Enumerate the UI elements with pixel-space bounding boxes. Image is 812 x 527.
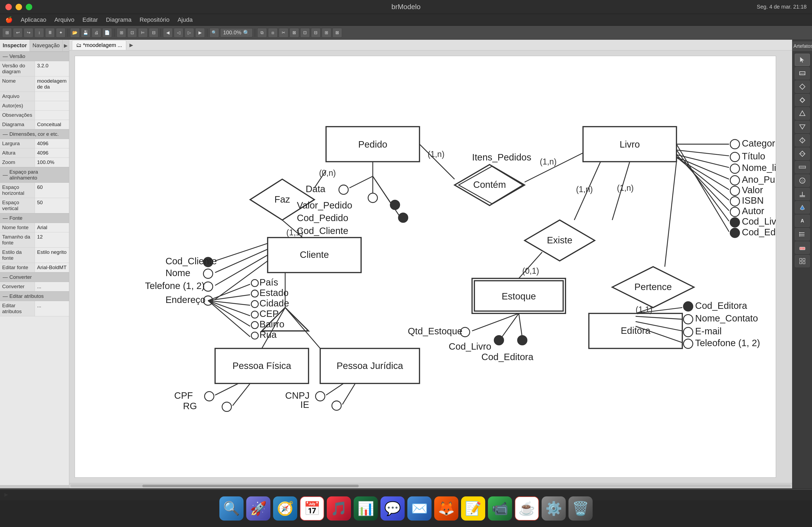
prop-vspace-value[interactable]: 50 — [35, 198, 69, 213]
prop-diagrama-value[interactable]: Conceitual — [35, 120, 69, 129]
section-conv-collapse[interactable]: — — [3, 274, 8, 280]
section-dim-collapse[interactable]: — — [3, 131, 8, 137]
prop-obs-value[interactable] — [35, 110, 69, 120]
prop-hspace-value[interactable]: 60 — [35, 183, 69, 198]
scrollbar-thumb[interactable] — [142, 485, 359, 487]
tool-connection[interactable] — [795, 161, 810, 174]
toolbar-btn-1[interactable]: ⊞ — [2, 28, 12, 37]
dock-music[interactable]: 🎵 — [327, 496, 351, 521]
prop-largura-value[interactable]: 4096 — [35, 139, 69, 148]
menu-aplicacao[interactable]: Aplicacao — [21, 16, 46, 23]
tool-text[interactable]: A — [795, 215, 810, 227]
toolbar-nav-prev[interactable]: ◀ — [163, 28, 173, 37]
section-font-collapse[interactable]: — — [3, 215, 8, 221]
tool-select[interactable] — [795, 54, 810, 66]
toolbar-print[interactable]: 🖨 — [91, 28, 101, 37]
toolbar-btn-3[interactable]: ↪ — [24, 28, 33, 37]
tool-attribute[interactable] — [795, 148, 810, 160]
canvas-scrollbar[interactable] — [69, 483, 792, 488]
toolbar-btn-5[interactable]: Ⅲ — [45, 28, 55, 37]
prop-fontedit-value[interactable]: Arial-BoldMT — [35, 263, 69, 272]
prop-nome-value[interactable]: moodelagem de da — [35, 76, 69, 91]
dock-launchpad[interactable]: 🚀 — [246, 496, 271, 521]
tool-eraser[interactable] — [795, 241, 810, 254]
dock-mail[interactable]: ✉️ — [407, 496, 432, 521]
section-editattr-collapse[interactable]: — — [3, 293, 8, 299]
tool-specialization[interactable] — [795, 121, 810, 133]
menu-diagrama[interactable]: Diagrama — [106, 16, 131, 23]
section-version-collapse[interactable]: — — [3, 54, 8, 59]
toolbar-pdf[interactable]: 📄 — [102, 28, 112, 37]
dock-finder[interactable]: 🔍 — [219, 496, 244, 521]
toolbar-cut[interactable]: ✂ — [279, 28, 288, 37]
tool-list[interactable] — [795, 228, 810, 240]
diagram-tab[interactable]: 🗂 *moodelagem ... — [72, 40, 126, 50]
tab-scroll-right[interactable]: ▶ — [129, 42, 133, 48]
menu-editar[interactable]: Editar — [83, 16, 98, 23]
tab-arrow[interactable]: ▶ — [62, 40, 69, 51]
dock-notes[interactable]: 📝 — [461, 496, 485, 521]
tool-t-connector[interactable] — [795, 188, 810, 200]
dock-discord[interactable]: 💬 — [380, 496, 405, 521]
prop-fontsize-value[interactable]: 12 — [35, 232, 69, 247]
toolbar-copy[interactable]: ⧉ — [257, 28, 267, 37]
prop-autor-value[interactable] — [35, 101, 69, 110]
toolbar-nav-back[interactable]: ◁ — [174, 28, 184, 37]
toolbar-save[interactable]: 💾 — [81, 28, 90, 37]
dock-facetime[interactable]: 📹 — [488, 496, 512, 521]
minimize-button[interactable] — [16, 4, 22, 10]
prop-fontname-value[interactable]: Arial — [35, 223, 69, 232]
dock-firefox[interactable]: 🦊 — [434, 496, 458, 521]
toolbar-del[interactable]: ⊠ — [289, 28, 299, 37]
toolbar-dist[interactable]: ⊟ — [149, 28, 158, 37]
tool-generalization[interactable] — [795, 107, 810, 120]
prop-obs-label: Observações — [0, 110, 35, 120]
dock-trash[interactable]: 🗑️ — [568, 496, 593, 521]
dock-java[interactable]: ☕ — [515, 496, 539, 521]
toolbar-op1[interactable]: ⊡ — [300, 28, 310, 37]
section-align-collapse[interactable]: — — [3, 172, 8, 178]
toolbar-op4[interactable]: ⊠ — [332, 28, 342, 37]
prop-editattr-value[interactable]: ... — [35, 301, 69, 316]
canvas-container[interactable]: .entity { fill: white; stroke: #333; str… — [69, 50, 792, 483]
menu-repositorio[interactable]: Repositório — [140, 16, 170, 23]
tool-grid[interactable] — [795, 255, 810, 267]
toolbar-nav-fwd[interactable]: ▷ — [185, 28, 194, 37]
toolbar-paste[interactable]: ⧇ — [268, 28, 278, 37]
tool-relationship[interactable] — [795, 80, 810, 93]
prop-zoom-value[interactable]: 100.0% — [35, 158, 69, 167]
toolbar-op3[interactable]: ⊞ — [322, 28, 331, 37]
dock-settings[interactable]: ⚙️ — [541, 496, 566, 521]
tab-navegacao[interactable]: Navegação — [30, 40, 62, 51]
tool-excl[interactable]: ◇ — [795, 175, 810, 187]
tool-fill[interactable] — [795, 201, 810, 214]
toolbar-open[interactable]: 📂 — [70, 28, 80, 37]
toolbar-align[interactable]: ⊨ — [138, 28, 148, 37]
prop-fontstyle-value[interactable]: Estilo negrito — [35, 248, 69, 263]
dock-excel[interactable]: 📊 — [354, 496, 378, 521]
prop-arquivo-value[interactable] — [35, 92, 69, 101]
toolbar-btn-4[interactable]: ↕ — [34, 28, 44, 37]
toolbar-nav-next[interactable]: ▶ — [195, 28, 205, 37]
toolbar-op2[interactable]: ⊟ — [311, 28, 321, 37]
prop-altura-value[interactable]: 4096 — [35, 148, 69, 157]
svg-text:Editora: Editora — [621, 325, 651, 336]
prop-conv-value[interactable]: ... — [35, 282, 69, 291]
tab-inspector[interactable]: Inspector — [0, 40, 30, 51]
close-button[interactable] — [5, 4, 12, 10]
menu-ajuda[interactable]: Ajuda — [177, 16, 192, 23]
resize-handle[interactable] — [0, 485, 69, 488]
toolbar-btn-6[interactable]: ✦ — [56, 28, 66, 37]
toolbar-btn-2[interactable]: ↩ — [13, 28, 23, 37]
toolbar-fit[interactable]: ⊡ — [127, 28, 137, 37]
menu-arquivo[interactable]: Arquivo — [54, 16, 74, 23]
tool-weak-relationship[interactable] — [795, 94, 810, 106]
tool-aggregation[interactable] — [795, 134, 810, 147]
dock-calendar[interactable]: 📅 — [300, 496, 324, 521]
dock-safari[interactable]: 🧭 — [273, 496, 297, 521]
svg-line-119 — [233, 383, 250, 406]
scrollbar-track[interactable] — [70, 485, 791, 487]
maximize-button[interactable] — [26, 4, 32, 10]
toolbar-grid[interactable]: ⊞ — [117, 28, 126, 37]
tool-entity[interactable]: ENTD — [795, 67, 810, 79]
